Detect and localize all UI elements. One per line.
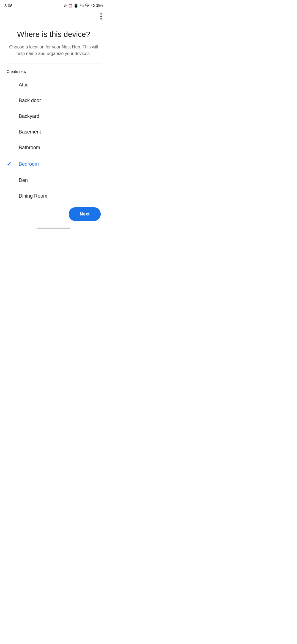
list-item-bathroom[interactable]: Bathroom	[7, 140, 101, 155]
battery-indicator: 25%	[96, 4, 103, 7]
main-content: Where is this device? Choose a location …	[0, 29, 107, 204]
location-name: Back door	[19, 98, 41, 103]
location-name-bathroom: Bathroom	[19, 145, 40, 151]
status-bar: 8:08 ⊙ ⏰ 📳 4G 25%	[0, 0, 107, 10]
next-button[interactable]: Next	[69, 207, 101, 221]
list-item[interactable]: Back door	[7, 93, 101, 108]
home-indicator	[37, 228, 70, 229]
location-list-scroll[interactable]: Attic Back door Backyard Basement Bathro…	[7, 77, 101, 204]
dot2	[100, 16, 102, 17]
dot1	[100, 13, 102, 15]
wifi-icon	[85, 4, 89, 8]
list-item-bedroom[interactable]: ✓ Bedroom	[7, 155, 101, 173]
signal-icon: 4G	[91, 4, 95, 7]
location-name-bedroom: Bedroom	[19, 161, 39, 167]
bottom-area: Next	[0, 204, 107, 232]
location-name: Dining Room	[19, 193, 47, 199]
top-bar	[0, 10, 107, 23]
divider	[7, 64, 101, 64]
alarm-icon: ⏰	[68, 4, 73, 8]
next-button-row: Next	[0, 204, 107, 225]
status-time: 8:08	[4, 3, 12, 8]
list-item[interactable]: Dining Room	[7, 188, 101, 204]
location-name: Attic	[19, 82, 28, 88]
location-name: Den	[19, 178, 28, 183]
more-menu-button[interactable]	[99, 12, 103, 21]
page-title: Where is this device?	[7, 29, 101, 39]
location-list: Attic Back door Backyard Basement Bathro…	[7, 77, 101, 204]
section-label: Create new	[7, 67, 101, 76]
location-name: Basement	[19, 129, 41, 135]
camera-icon: ⊙	[64, 4, 67, 8]
list-item[interactable]: Basement	[7, 124, 101, 140]
list-item[interactable]: Backyard	[7, 108, 101, 124]
page-subtitle: Choose a location for your Nest Hub. Thi…	[7, 44, 101, 57]
vibrate-icon: 📳	[74, 4, 78, 8]
list-item[interactable]: Den	[7, 173, 101, 188]
list-item[interactable]: Attic	[7, 77, 101, 93]
checkmark-icon: ✓	[7, 160, 14, 168]
call-crossed-icon	[80, 3, 84, 8]
status-icons: ⊙ ⏰ 📳 4G 25%	[64, 3, 103, 8]
location-name: Backyard	[19, 113, 39, 119]
dot3	[100, 18, 102, 20]
home-indicator-row	[0, 225, 107, 232]
